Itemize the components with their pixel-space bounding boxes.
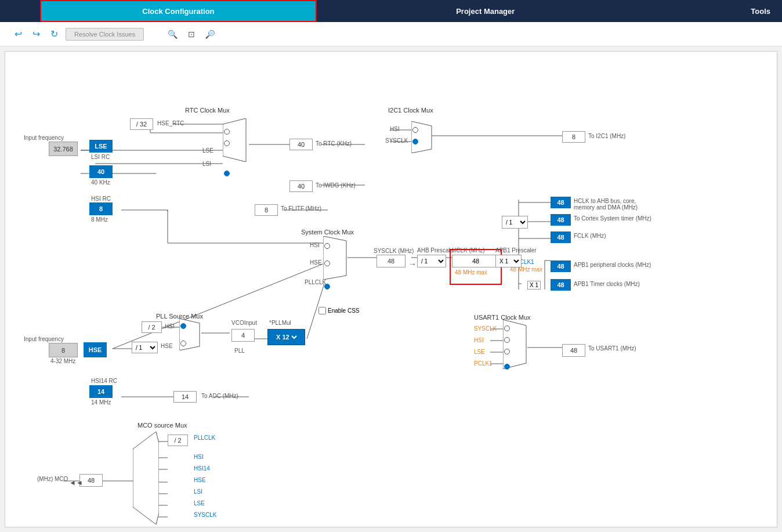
to-usart1-value: 48 — [562, 344, 585, 357]
pll-mul-select[interactable]: X 12 — [274, 333, 299, 341]
hsi14-rc-blue-box: 14 — [89, 385, 113, 398]
hsi-pll-label: HSI — [165, 323, 175, 330]
refresh-button[interactable]: ↻ — [48, 27, 61, 41]
zoom-fit-button[interactable]: ⊡ — [185, 28, 198, 41]
sysclk-i2c-label: SYSCLK — [385, 137, 408, 144]
sysclk-mux-label: System Clock Mux — [301, 229, 354, 236]
rtc-mux-radio-lsi[interactable] — [224, 171, 230, 176]
input-freq-label-bottom: Input frequency — [24, 336, 64, 342]
to-iwdg-value: 40 — [289, 180, 313, 192]
hse-blue-box: HSE — [84, 342, 107, 357]
hsi-sys-label: HSI — [310, 242, 320, 248]
hclk-ahb-label: HCLK to AHB bus, core, — [574, 198, 636, 204]
sysclk-radio-hsi[interactable] — [324, 243, 330, 249]
apb1-pres-label: APB1 Prescaler — [495, 247, 537, 254]
vco-input-box: 4 — [231, 329, 255, 342]
to-flitf-label: To FLITF (MHz) — [281, 205, 321, 212]
arrow-right: → — [408, 259, 417, 269]
zoom-in-button[interactable]: 🔍 — [165, 28, 180, 41]
svg-marker-61 — [133, 432, 159, 524]
usart1-radio-sysclk[interactable] — [504, 325, 510, 331]
fclk-label: FCLK (MHz) — [574, 233, 606, 239]
hclk-ahb-label2: memory and DMA (MHz) — [574, 204, 638, 211]
svg-marker-57 — [411, 121, 432, 153]
menu-item-clock[interactable]: Clock Configuration — [40, 0, 317, 22]
sysclk-radio-pll[interactable] — [324, 284, 330, 289]
cortex-timer-label: To Cortex System timer (MHz) — [574, 215, 651, 222]
toolbar: ↩ ↪ ↻ Resolve Clock Issues 🔍 ⊡ 🔍 — [0, 22, 782, 46]
usart1-hsi-label: HSI — [474, 337, 484, 343]
hse-source-box: 8 — [49, 343, 78, 357]
pll-radio-hse[interactable] — [180, 341, 186, 346]
pll-mul-label: *PLLMul — [269, 320, 291, 326]
usart1-sysclk-label: SYSCLK — [474, 325, 497, 332]
mco-pllclk-label: PLLCLK — [194, 435, 215, 441]
hse-sys-label: HSE — [310, 259, 322, 266]
to-flitf-value: 8 — [255, 204, 278, 216]
hsi-div2-box: / 2 — [142, 321, 162, 333]
mco-lse-label: LSE — [194, 500, 205, 506]
menu-item-project[interactable]: Project Manager — [317, 0, 654, 22]
lsi-rc-blue-box: 40 — [89, 165, 113, 178]
mco-mux-label: MCO source Mux — [137, 422, 187, 429]
apb1-timer-out: 48 — [551, 279, 571, 291]
input-freq-label-top: Input frequency — [24, 135, 64, 141]
hsi14-mhz-label: 14 MHz — [91, 399, 111, 406]
hclk-input[interactable] — [452, 255, 499, 267]
mco-hsi14-label: HSI14 — [194, 465, 210, 472]
hclk-ahb-out: 48 — [551, 197, 571, 208]
i2c1-mux-label: I2C1 Clock Mux — [388, 107, 433, 114]
usart1-radio-hsi[interactable] — [504, 337, 510, 343]
redo-button[interactable]: ↪ — [30, 27, 43, 41]
hse-range-label: 4-32 MHz — [50, 358, 75, 364]
hse-rtc-line-label: HSE_RTC — [157, 120, 184, 126]
vco-label: VCOInput — [231, 320, 257, 326]
lsi-rc-label: LSI RC — [91, 154, 110, 160]
hsi-rc-blue-box: 8 — [89, 202, 113, 215]
menu-item-tools[interactable]: Tools — [654, 0, 782, 22]
usart1-radio-lse[interactable] — [504, 349, 510, 354]
rtc-mux-radio-lse[interactable] — [224, 140, 230, 146]
lsi-khz-label: 40 KHz — [91, 179, 110, 186]
menu-bar: Clock Configuration Project Manager Tool… — [0, 0, 782, 22]
to-usart1-label: To USART1 (MHz) — [588, 345, 636, 352]
cortex-prescaler-select[interactable]: / 1 — [502, 216, 528, 229]
resolve-button[interactable]: Resolve Clock Issues — [66, 28, 144, 41]
hsi14-rc-label: HSI14 RC — [91, 378, 117, 384]
lse-source-box: 32.768 — [49, 142, 78, 156]
usart1-radio-pclk1[interactable] — [504, 364, 510, 370]
canvas-area: Input frequency 32.768 LSE LSI RC 40 40 … — [5, 51, 777, 527]
lse-mux-label: LSE — [202, 147, 213, 154]
sysclk-radio-hse[interactable] — [324, 260, 330, 266]
mco-arrow: ◄◄ — [69, 479, 83, 487]
mco-div2-box: / 2 — [168, 435, 188, 446]
to-rtc-label: To RTC (KHz) — [316, 140, 352, 147]
fclk-out: 48 — [551, 231, 571, 243]
zoom-out-button[interactable]: 🔍 — [202, 28, 218, 41]
undo-button[interactable]: ↩ — [12, 27, 25, 41]
connection-lines — [5, 52, 777, 527]
enable-css-checkbox[interactable]: Enable CSS — [318, 307, 359, 314]
ahb-prescaler-select[interactable]: / 1 — [417, 255, 446, 267]
apb1-timer-prescaler: X 1 — [527, 281, 541, 289]
apb1-periph-out: 48 — [551, 260, 571, 272]
hse-div-select[interactable]: / 1 — [132, 342, 158, 353]
to-rtc-value: 40 — [289, 139, 313, 150]
mco-lsi-label: LSI — [194, 488, 202, 495]
usart1-lse-label: LSE — [474, 349, 485, 355]
lse-blue-box: LSE — [89, 140, 113, 153]
i2c1-radio-sysclk[interactable] — [412, 139, 418, 144]
mco-sysclk-label: SYSCLK — [194, 512, 216, 518]
to-i2c1-value: 8 — [562, 131, 585, 143]
diagram: Input frequency 32.768 LSE LSI RC 40 40 … — [5, 52, 777, 527]
mco-hse-label: HSE — [194, 477, 206, 483]
menu-item-pinout[interactable] — [0, 0, 40, 22]
mco-hsi-label: HSI — [194, 454, 204, 460]
pll-radio-hsi[interactable] — [180, 323, 186, 329]
pll-mul-box: X 12 — [267, 329, 305, 345]
i2c1-radio-hsi[interactable] — [412, 127, 418, 133]
rtc-mux-radio-hse[interactable] — [224, 129, 230, 135]
sysclk-value-box: 48 — [376, 255, 406, 267]
apb1-prescaler-select[interactable]: X 1 — [495, 255, 522, 267]
hse-pll-label: HSE — [161, 343, 173, 349]
